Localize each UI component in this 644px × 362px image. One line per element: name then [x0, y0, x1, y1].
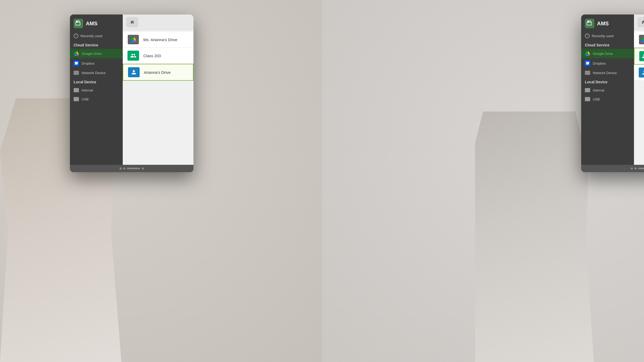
left-internal-label: Internal	[82, 88, 93, 92]
right-file-icon-0	[638, 34, 644, 45]
left-file-name-1: Class 203	[143, 54, 161, 58]
right-bar	[638, 168, 644, 169]
left-file-item-0[interactable]: Ms. Arianna's Drive	[123, 32, 193, 48]
right-clock-icon	[585, 33, 590, 38]
left-bar	[127, 168, 140, 169]
left-google-drive-item[interactable]: Google Drive	[70, 49, 123, 58]
right-file-list: Mr. Roger's Drive Class	[634, 30, 644, 165]
left-usb-item[interactable]: USB	[70, 95, 123, 104]
left-local-device-label: Local Device	[70, 77, 123, 86]
right-local-device-label: Local Device	[581, 77, 634, 86]
right-cloud-service-label: Cloud Service	[581, 40, 634, 49]
left-internal-item[interactable]: Internal	[70, 86, 123, 95]
right-file-icon-1	[639, 51, 644, 61]
left-file-icon-1	[127, 50, 140, 61]
left-network-device-label: Network Device	[82, 71, 106, 75]
right-recently-used-label: Recently used	[592, 34, 613, 38]
left-monitor: AMS Recently used Cloud Service	[70, 15, 193, 172]
right-monitor: AMS Recently used Cloud Service	[581, 15, 644, 172]
right-file-item-0[interactable]: Mr. Roger's Drive	[634, 32, 644, 48]
right-usb-icon	[585, 97, 590, 101]
left-sidebar: AMS Recently used Cloud Service	[70, 15, 123, 165]
right-network-device-item[interactable]: Network Device	[581, 68, 634, 77]
left-file-icon-2	[127, 67, 140, 78]
left-cloud-service-label: Cloud Service	[70, 40, 123, 49]
left-file-name-0: Ms. Arianna's Drive	[143, 37, 177, 42]
left-file-item-1[interactable]: Class 203	[123, 48, 193, 64]
left-ams-icon	[74, 19, 83, 28]
left-internal-icon	[74, 88, 79, 92]
left-main-content: Ms. Arianna's Drive Cla	[123, 15, 193, 165]
right-monitor-bottom	[581, 165, 644, 172]
right-content-layer: AMS Recently used Cloud Service	[322, 0, 644, 362]
left-dropbox-label: Dropbox	[82, 61, 94, 65]
right-internal-icon	[585, 88, 590, 92]
right-recently-used[interactable]: Recently used	[581, 31, 634, 40]
left-main-header	[123, 15, 193, 30]
left-recently-used[interactable]: Recently used	[70, 31, 123, 40]
left-dot-3	[142, 167, 144, 170]
left-ams-title: AMS	[86, 21, 97, 27]
right-person-icon	[639, 67, 644, 78]
left-usb-label: USB	[82, 97, 89, 101]
right-ams-icon	[585, 19, 594, 28]
right-dot-2	[634, 167, 637, 170]
right-dot-1	[631, 167, 633, 170]
left-dropbox-icon	[74, 61, 79, 66]
right-home-button[interactable]	[638, 17, 644, 27]
right-usb-item[interactable]: USB	[581, 95, 634, 104]
right-drive-icon	[639, 35, 644, 44]
right-network-icon	[585, 71, 590, 75]
left-file-list: Ms. Arianna's Drive Cla	[123, 30, 193, 165]
left-usb-icon	[74, 97, 79, 101]
left-person-icon	[128, 67, 140, 77]
left-network-device-item[interactable]: Network Device	[70, 68, 123, 77]
right-app-header: AMS	[581, 15, 634, 31]
right-internal-label: Internal	[593, 88, 604, 92]
left-clock-icon	[74, 33, 78, 38]
left-dot-2	[123, 167, 125, 170]
right-google-drive-item[interactable]: Google Drive	[581, 49, 634, 58]
right-internal-item[interactable]: Internal	[581, 86, 634, 95]
right-dropbox-label: Dropbox	[593, 61, 606, 65]
left-dropbox-item[interactable]: Dropbox	[70, 58, 123, 68]
right-file-item-2[interactable]: Roger's Drive	[634, 65, 644, 81]
right-dropbox-icon	[585, 61, 590, 66]
left-home-button[interactable]	[126, 17, 138, 27]
right-google-drive-label: Google Drive	[593, 52, 613, 56]
left-class-icon	[127, 51, 139, 61]
right-main-content: Mr. Roger's Drive Class	[634, 15, 644, 165]
right-main-header	[634, 15, 644, 30]
left-drive-icon	[128, 35, 139, 44]
left-google-drive-label: Google Drive	[82, 52, 102, 56]
right-dropbox-item[interactable]: Dropbox	[581, 58, 634, 68]
right-scene: AMS Recently used Cloud Service	[322, 0, 644, 362]
right-sidebar: AMS Recently used Cloud Service	[581, 15, 634, 165]
left-content-layer: AMS Recently used Cloud Service	[0, 0, 322, 362]
left-file-item-2[interactable]: Arianna's Drive	[123, 64, 193, 81]
left-dot-1	[120, 167, 122, 170]
right-file-item-1[interactable]: Class 306	[634, 48, 644, 65]
left-monitor-bottom	[70, 165, 193, 172]
right-screen: AMS Recently used Cloud Service	[581, 15, 644, 165]
left-file-name-2: Arianna's Drive	[144, 70, 171, 75]
right-class-icon	[639, 51, 644, 61]
left-screen: AMS Recently used Cloud Service	[70, 15, 193, 165]
left-recently-used-label: Recently used	[80, 34, 102, 38]
right-network-device-label: Network Device	[593, 71, 617, 75]
right-file-icon-2	[638, 67, 644, 78]
left-file-icon-0	[127, 34, 140, 45]
left-network-icon	[74, 71, 79, 75]
right-usb-label: USB	[593, 97, 600, 101]
right-ams-title: AMS	[597, 21, 609, 27]
left-scene: AMS Recently used Cloud Service	[0, 0, 322, 362]
left-app-header: AMS	[70, 15, 123, 31]
